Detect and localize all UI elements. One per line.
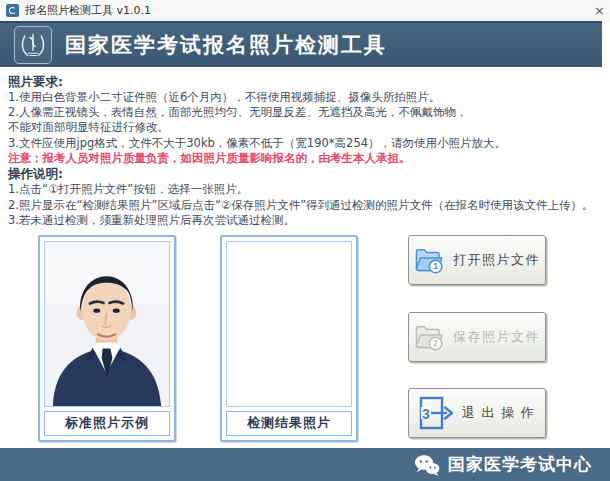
requirements-line: 1.使用白色背景小二寸证件照（近6个月内），不得使用视频捕捉、摄像头所拍照片。 <box>8 90 602 105</box>
header-band: 国家医学考试报名照片检测工具 <box>0 21 602 67</box>
requirements-line: 3.文件应使用jpg格式，文件不大于30kb，像素不低于（宽190*高254），… <box>8 136 602 151</box>
requirements-line: 不能对面部明显特征进行修改。 <box>8 120 602 135</box>
main-row: 标准照片示例 检测结果照片 1 打开照片文件 <box>38 235 602 442</box>
sample-photo-label: 标准照片示例 <box>44 411 170 436</box>
sample-photo-frame: 标准照片示例 <box>38 235 176 442</box>
open-photo-label: 打开照片文件 <box>453 251 540 269</box>
sample-photo <box>44 241 170 407</box>
save-photo-button[interactable]: 2 保存照片文件 <box>408 312 546 362</box>
exit-label: 退 出 操 作 <box>462 404 535 422</box>
footer-org-name: 国家医学考试中心 <box>448 453 592 476</box>
sample-portrait-image <box>45 242 169 406</box>
save-photo-label: 保存照片文件 <box>453 328 540 346</box>
svg-text:3: 3 <box>422 405 430 421</box>
window-title: 报名照片检测工具 v1.0.1 <box>25 3 151 18</box>
title-bar: 报名照片检测工具 v1.0.1 × <box>0 0 610 21</box>
open-folder-icon: 1 <box>414 243 445 277</box>
open-photo-button[interactable]: 1 打开照片文件 <box>408 235 546 285</box>
result-photo-frame: 检测结果照片 <box>220 235 358 442</box>
instructions-line: 1.点击“①打开照片文件”按钮，选择一张照片。 <box>8 182 602 197</box>
medical-emblem-icon <box>14 26 52 64</box>
wechat-icon <box>414 454 440 476</box>
svg-text:1: 1 <box>433 262 438 271</box>
svg-text:2: 2 <box>433 339 438 348</box>
instructions-heading: 操作说明: <box>8 166 602 182</box>
result-photo-label: 检测结果照片 <box>226 411 352 436</box>
footer-bar: 国家医学考试中心 <box>0 448 610 481</box>
instructions-line: 2.照片显示在“检测结果照片”区域后点击“②保存照片文件”得到通过检测的照片文件… <box>8 198 602 213</box>
result-photo-empty <box>226 241 352 407</box>
app-icon <box>6 4 19 17</box>
content-area: 照片要求: 1.使用白色背景小二寸证件照（近6个月内），不得使用视频捕捉、摄像头… <box>0 67 610 442</box>
warning-note: 注意：报考人员对照片质量负责，如因照片质量影响报名的，由考生本人承担。 <box>8 151 602 167</box>
close-icon[interactable]: × <box>592 4 607 17</box>
instructions-line: 3.若未通过检测，须重新处理照片后再次尝试通过检测。 <box>8 213 602 228</box>
app-title: 国家医学考试报名照片检测工具 <box>65 31 387 59</box>
exit-button[interactable]: 3 退 出 操 作 <box>408 388 546 438</box>
save-folder-icon: 2 <box>414 320 445 354</box>
requirements-line: 2.人像需正视镜头，表情自然，面部光照均匀、无明显反差、无遮挡及高光，不佩戴饰物… <box>8 105 602 120</box>
requirements-heading: 照片要求: <box>8 74 602 90</box>
action-buttons: 1 打开照片文件 2 保存照片文件 <box>408 235 546 438</box>
app-window: 报名照片检测工具 v1.0.1 × 国家医学考试报名照片检测工具 <box>0 0 610 481</box>
exit-door-arrow-icon: 3 <box>414 395 454 431</box>
